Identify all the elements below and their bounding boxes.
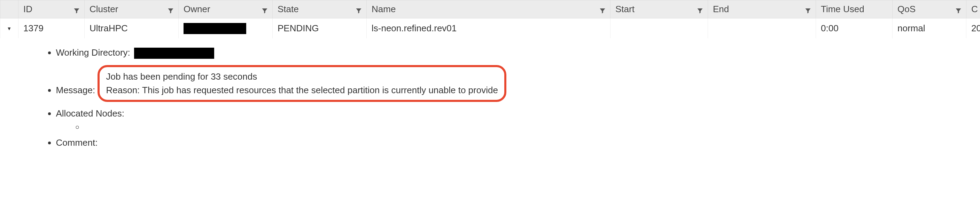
column-label: Owner [183, 4, 210, 14]
detail-message: Message: Job has been pending for 33 sec… [56, 61, 980, 106]
message-line-1: Job has been pending for 33 seconds [106, 70, 498, 84]
column-header-qos[interactable]: QoS [892, 0, 966, 18]
column-header-cluster[interactable]: Cluster [84, 0, 179, 18]
cell-id: 1379 [19, 18, 84, 39]
column-label: QoS [897, 4, 916, 14]
cell-owner [179, 18, 273, 39]
detail-label: Working Directory: [56, 47, 130, 58]
detail-allocated-nodes: Allocated Nodes: [56, 106, 980, 135]
allocated-nodes-sublist [84, 121, 980, 133]
filter-icon[interactable] [599, 6, 606, 13]
cell-extra: 20 [966, 18, 980, 39]
cell-qos: normal [892, 18, 966, 39]
filter-icon[interactable] [955, 6, 962, 13]
filter-icon[interactable] [355, 6, 362, 13]
column-header-state[interactable]: State [273, 0, 367, 18]
column-header-id[interactable]: ID [19, 0, 84, 18]
column-label: Start [616, 4, 635, 14]
details-list: Working Directory: Message: Job has been… [56, 45, 980, 150]
filter-icon[interactable] [805, 6, 811, 13]
column-header-timeused[interactable]: Time Used [816, 0, 892, 18]
cell-timeused: 0:00 [816, 18, 892, 39]
redacted-working-directory [134, 48, 214, 59]
table-row[interactable]: ▼ 1379 UltraHPC PENDING ls-neon.refined.… [0, 18, 980, 39]
column-header-expand [0, 0, 19, 18]
cell-state: PENDING [273, 18, 367, 39]
column-label: C [971, 4, 978, 14]
column-label: ID [23, 4, 32, 14]
column-header-start[interactable]: Start [611, 0, 708, 18]
detail-label: Message: [56, 85, 95, 95]
filter-icon[interactable] [73, 6, 80, 13]
cell-name: ls-neon.refined.rev01 [367, 18, 611, 39]
redacted-owner [183, 23, 246, 34]
allocated-node-item [84, 121, 980, 133]
column-label: Time Used [821, 4, 864, 14]
message-highlight-box: Job has been pending for 33 seconds Reas… [97, 65, 506, 102]
details-row: Working Directory: Message: Job has been… [0, 38, 980, 161]
column-header-end[interactable]: End [708, 0, 816, 18]
jobs-table: ID Cluster Owner State [0, 0, 980, 161]
cell-start [611, 18, 708, 39]
detail-comment: Comment: [56, 135, 980, 150]
table-header-row: ID Cluster Owner State [0, 0, 980, 18]
expand-toggle[interactable]: ▼ [0, 18, 19, 39]
filter-icon[interactable] [167, 6, 174, 13]
message-line-2: Reason: This job has requested resources… [106, 84, 498, 97]
column-label: End [713, 4, 729, 14]
filter-icon[interactable] [697, 6, 703, 13]
cell-cluster: UltraHPC [84, 18, 179, 39]
column-label: Cluster [89, 4, 118, 14]
detail-label: Comment: [56, 137, 98, 148]
column-label: State [278, 4, 299, 14]
column-header-name[interactable]: Name [367, 0, 611, 18]
detail-label: Allocated Nodes: [56, 108, 125, 119]
detail-working-directory: Working Directory: [56, 45, 980, 61]
cell-end [708, 18, 816, 39]
filter-icon[interactable] [261, 6, 268, 13]
column-label: Name [372, 4, 396, 14]
column-header-owner[interactable]: Owner [179, 0, 273, 18]
column-header-extra[interactable]: C [966, 0, 980, 18]
